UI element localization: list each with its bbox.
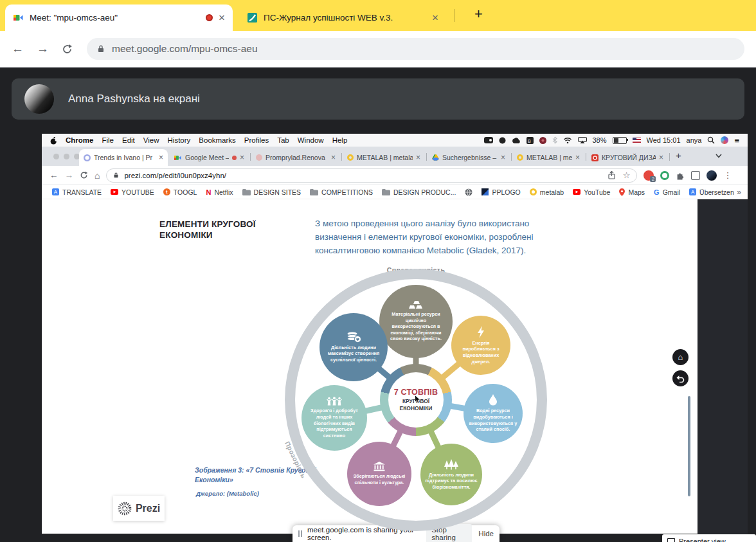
browser-tabstrip: Meet: "mpu-omcs-aeu" × ПС-Журнал успішно… xyxy=(0,0,756,31)
google-g-icon: G xyxy=(654,188,660,196)
inner-tab-promprylad[interactable]: Promprylad.Renova × xyxy=(251,149,340,166)
reload-icon[interactable] xyxy=(80,171,88,179)
bookmark-globe[interactable] xyxy=(465,188,473,196)
inner-tab-meet[interactable]: Google Meet – × xyxy=(169,149,249,166)
back-icon[interactable]: ← xyxy=(12,42,24,56)
app-icon[interactable] xyxy=(499,137,506,144)
menu-profiles[interactable]: Profiles xyxy=(244,136,269,144)
red-app-icon[interactable] xyxy=(539,137,546,144)
back-icon[interactable]: ← xyxy=(50,170,59,180)
bookmark-star-icon[interactable]: ☆ xyxy=(623,170,631,180)
pplogo-icon xyxy=(482,188,489,195)
pillar-biodiversity: Діяльність людини підтримує та посилює б… xyxy=(420,444,482,505)
drive-favicon xyxy=(432,154,439,161)
share-icon[interactable] xyxy=(608,171,615,179)
editor-right-strip xyxy=(698,199,748,534)
home-icon[interactable]: ⌂ xyxy=(94,170,100,181)
youtube-icon xyxy=(111,189,118,195)
pillar-text: Здоров'я і добробут людей та інших біоло… xyxy=(306,408,363,438)
new-tab-button[interactable]: + xyxy=(676,150,681,161)
maps-pin-icon xyxy=(619,188,625,196)
close-icon[interactable]: × xyxy=(416,153,420,162)
menu-history[interactable]: History xyxy=(168,136,191,144)
close-icon[interactable]: × xyxy=(240,153,244,162)
globe-icon xyxy=(465,188,473,196)
screen-record-icon[interactable] xyxy=(484,137,493,143)
cloud-icon[interactable] xyxy=(512,138,521,143)
shared-screen: Chrome File Edit View History Bookmarks … xyxy=(42,134,748,534)
presenter-view-toggle[interactable]: Presenter view xyxy=(662,534,756,542)
more-menu-icon[interactable]: ⋮ xyxy=(723,170,732,180)
us-flag-icon[interactable] xyxy=(633,138,641,143)
wifi-icon[interactable] xyxy=(563,137,572,143)
folder-icon xyxy=(310,189,318,195)
bookmark-pplogo[interactable]: PPLOGO xyxy=(482,188,520,196)
forward-icon[interactable]: → xyxy=(37,42,49,56)
siri-icon[interactable] xyxy=(721,136,728,144)
bluetooth-icon[interactable] xyxy=(552,136,557,144)
minimize-traffic-light[interactable] xyxy=(64,154,69,159)
bookmark-maps[interactable]: Maps xyxy=(619,188,645,196)
bookmark-youtube2[interactable]: YouTube xyxy=(573,188,610,196)
menu-file[interactable]: File xyxy=(102,136,114,144)
close-icon[interactable]: × xyxy=(432,12,438,23)
url-bar[interactable]: prezi.com/p/edit/i0un0pxz4yhn/ ☆ xyxy=(106,168,637,183)
tab-meet[interactable]: Meet: "mpu-omcs-aeu" × xyxy=(5,5,233,31)
menu-tab[interactable]: Tab xyxy=(277,136,289,144)
bookmark-netflix[interactable]: NNetflix xyxy=(206,188,233,196)
inner-tab-suchergebnisse[interactable]: Suchergebnisse – G × xyxy=(428,149,510,166)
close-icon[interactable]: × xyxy=(219,12,225,23)
tab-search-chevron-icon[interactable] xyxy=(716,154,722,158)
mac-menubar: Chrome File Edit View History Bookmarks … xyxy=(42,134,748,147)
bookmark-translate[interactable]: ATRANSLATE xyxy=(52,188,102,196)
close-icon[interactable]: × xyxy=(159,153,163,162)
bookmark-design-sites[interactable]: DESIGN SITES xyxy=(242,188,302,196)
close-icon[interactable]: × xyxy=(659,153,663,162)
inner-tab-metalab1[interactable]: METALAB | metalab × xyxy=(343,149,425,166)
lightning-icon xyxy=(477,326,485,338)
spotlight-icon[interactable] xyxy=(707,136,715,144)
bookmark-competitions[interactable]: COMPETITIONS xyxy=(310,188,373,196)
extension-green-icon[interactable] xyxy=(660,171,669,180)
extension-badge-icon[interactable]: 2 xyxy=(644,170,654,181)
bookmark-design-products[interactable]: DESIGN PRODUC... xyxy=(382,188,456,196)
bookmark-metalab[interactable]: metalab xyxy=(530,188,564,196)
bookmark-youtube[interactable]: YOUTUBE xyxy=(111,188,154,196)
home-button[interactable]: ⌂ xyxy=(672,349,688,365)
bi-app-icon[interactable]: B xyxy=(526,137,534,144)
bookmark-toogl[interactable]: tTOOGL xyxy=(163,188,197,196)
undo-button[interactable] xyxy=(672,370,688,386)
menu-bookmarks[interactable]: Bookmarks xyxy=(199,136,236,144)
bookmark-uebersetzen[interactable]: AÜbersetzen xyxy=(689,188,734,196)
menubar-clock[interactable]: Wed 15:01 xyxy=(647,136,681,144)
menu-chrome[interactable]: Chrome xyxy=(66,136,93,144)
profile-avatar[interactable] xyxy=(706,170,717,181)
url-bar[interactable]: meet.google.com/mpu-omcs-aeu xyxy=(87,38,744,60)
inner-tab-metalab2[interactable]: METALAB | metalab × xyxy=(512,149,584,166)
notification-center-icon[interactable]: ≡ xyxy=(734,136,739,145)
close-traffic-light[interactable] xyxy=(53,154,59,159)
close-icon[interactable]: × xyxy=(575,153,580,162)
close-icon[interactable]: × xyxy=(501,153,505,162)
bookmark-gmail[interactable]: GGmail xyxy=(654,188,680,196)
extensions-puzzle-icon[interactable] xyxy=(676,171,685,180)
side-panel-icon[interactable] xyxy=(691,171,700,180)
reload-icon[interactable] xyxy=(62,44,73,55)
menu-view[interactable]: View xyxy=(143,136,159,144)
new-tab-button[interactable]: + xyxy=(474,6,483,23)
menu-edit[interactable]: Edit xyxy=(122,136,135,144)
menubar-user[interactable]: anya xyxy=(687,136,702,144)
close-icon[interactable]: × xyxy=(331,153,336,162)
airplay-icon[interactable] xyxy=(578,137,587,143)
inner-tab-trends[interactable]: Trends in Ivano | Pr × xyxy=(79,149,168,166)
inner-tab-circular-design[interactable]: КРУГОВИЙ ДИЗАЙ × xyxy=(587,149,668,166)
menu-help[interactable]: Help xyxy=(332,136,348,144)
monitor-icon xyxy=(667,538,675,542)
pillar-energy: Енергія виробляється з відновлюваних дже… xyxy=(451,316,510,375)
tab-journal[interactable]: ПС-Журнал успішності WEB v.3. × xyxy=(239,5,446,31)
prezi-wordmark: Prezi xyxy=(136,503,160,514)
forward-icon[interactable]: → xyxy=(65,170,74,180)
bookmarks-overflow-icon[interactable]: » xyxy=(737,188,741,197)
menu-window[interactable]: Window xyxy=(298,136,324,144)
recording-indicator xyxy=(232,156,237,160)
